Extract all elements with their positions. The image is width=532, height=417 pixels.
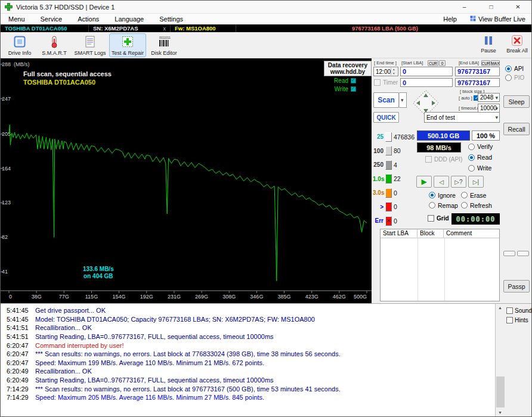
jump-button[interactable]: ▷?: [451, 176, 466, 188]
log-entry: 6:20:47Speed: Maximum 199 MB/s. Average …: [1, 359, 495, 368]
mode-radio-verify[interactable]: Verify: [468, 141, 493, 152]
mini-box-right[interactable]: [517, 251, 529, 256]
maximize-button[interactable]: □: [478, 1, 505, 13]
smart-logs-button[interactable]: SMART Logs: [72, 33, 108, 57]
cur-end-button[interactable]: CUR: [481, 60, 490, 66]
log-entry: 7:14:29*** Scan results: no warnings, no…: [1, 384, 495, 393]
auto-checkbox[interactable]: [ auto ]: [459, 95, 479, 101]
svg-text:192G: 192G: [140, 294, 153, 300]
ddd-checkbox[interactable]: DDD (API): [425, 156, 462, 163]
drive-info-button[interactable]: Drive Info: [3, 33, 36, 57]
cur-start-button[interactable]: CUR: [428, 60, 438, 66]
right-side-panel: API PIO Sleep Recall Passp: [500, 58, 532, 303]
log-message: Command interrupted by user!: [28, 342, 124, 349]
log-timestamp: 5:41:51: [1, 333, 28, 340]
svg-text:346G: 346G: [250, 294, 263, 300]
mini-box-left[interactable]: [503, 251, 515, 256]
mode-radio-read[interactable]: Read: [468, 152, 493, 163]
menu-help[interactable]: Help: [430, 15, 470, 23]
max-end-button[interactable]: MAX: [491, 60, 500, 66]
log-message: Recallibration... OK: [28, 324, 92, 331]
scan-dropdown-arrow[interactable]: [399, 92, 407, 108]
log-entry: 5:41:45Model: TOSHIBA DT01ACA050; Capaci…: [1, 315, 495, 324]
end-lba-label: [End LBA]: [459, 60, 479, 66]
disk-editor-icon: 0011011: [157, 35, 171, 49]
log-message: Starting Reading, LBA=0..976773167, FULL…: [28, 376, 274, 384]
counter-label: 3.0s: [373, 189, 383, 196]
passport-button[interactable]: Passp: [503, 280, 530, 292]
log-entry: 5:41:51Recallibration... OK: [1, 323, 495, 332]
log-output[interactable]: 5:41:45Get drive passport... OK5:41:45Mo…: [1, 304, 496, 417]
log-timestamp: 6:20:47: [1, 342, 28, 349]
counter-value: 476836: [394, 133, 415, 141]
start-lba-input[interactable]: 0: [400, 67, 453, 76]
sleep-button[interactable]: Sleep: [503, 95, 530, 108]
pio-radio[interactable]: PIO: [505, 74, 524, 81]
menu-settings[interactable]: Settings: [151, 15, 191, 23]
time-spinner-icon[interactable]: [391, 68, 397, 75]
scroll-down-icon[interactable]: [496, 409, 505, 417]
break-all-button[interactable]: Break All: [503, 33, 531, 57]
sound-checkbox[interactable]: Sound: [506, 307, 532, 314]
action-radio-erase[interactable]: Erase: [461, 191, 500, 200]
menu-menu[interactable]: Menu: [1, 15, 33, 23]
scan-graph-panel: 2882472051641238241(MB/s)038G77G115G154G…: [1, 58, 372, 303]
recall-button[interactable]: Recall: [503, 123, 530, 135]
timer-checkbox[interactable]: Timer: [374, 79, 398, 86]
action-radio-remap[interactable]: Remap: [429, 201, 461, 210]
disk-editor-button[interactable]: 0011011 Disk Editor: [147, 33, 181, 57]
smart-logs-icon: [83, 35, 97, 49]
scan-button[interactable]: Scan: [373, 92, 399, 108]
zero-start-button[interactable]: 0: [439, 60, 446, 66]
svg-text:41: 41: [2, 269, 8, 275]
legend-write-toggle[interactable]: Write: [335, 86, 356, 92]
drive-serial[interactable]: SN: X6M2PD7AS x: [89, 24, 171, 32]
drive-model[interactable]: TOSHIBA DT01ACA050: [1, 24, 89, 32]
menu-language[interactable]: Language: [107, 15, 151, 23]
radio-icon: [468, 144, 475, 150]
grid-checkbox[interactable]: Grid: [428, 215, 449, 222]
scroll-thumb[interactable]: [496, 376, 505, 407]
scroll-up-icon[interactable]: [496, 304, 505, 313]
end-time-input[interactable]: 12:00: [373, 67, 398, 76]
action-radio-ignore[interactable]: Ignore: [429, 191, 461, 200]
menu-actions[interactable]: Actions: [70, 15, 107, 23]
mode-radio-write[interactable]: Write: [468, 163, 493, 173]
log-scrollbar[interactable]: [496, 304, 505, 417]
counter-row: 10080: [373, 144, 416, 158]
end-lba-input-2[interactable]: 976773167: [455, 78, 500, 87]
defect-table[interactable]: Start LBA Block Comment: [380, 229, 500, 301]
window-controls: – □ ✕: [451, 1, 531, 13]
menu-service[interactable]: Service: [33, 15, 70, 23]
play-button[interactable]: ▶: [416, 176, 432, 188]
view-buffer-live-button[interactable]: View Buffer Live: [470, 15, 531, 23]
svg-text:115G: 115G: [85, 294, 98, 300]
jump-end-button[interactable]: ▷|: [468, 176, 484, 188]
log-entry: 6:20:49Recallibration... OK: [1, 367, 495, 376]
close-button[interactable]: ✕: [505, 1, 531, 13]
counter-block-icon: [385, 146, 392, 155]
block-size-select[interactable]: 2048: [478, 93, 500, 102]
minimize-button[interactable]: –: [451, 1, 478, 13]
step-back-button[interactable]: ◁: [434, 176, 449, 188]
end-of-test-select[interactable]: End of test: [424, 112, 500, 123]
pause-button[interactable]: Pause: [475, 33, 502, 57]
counter-label: Err: [373, 217, 383, 224]
test-repair-button[interactable]: Test & Repair: [109, 33, 146, 57]
action-radio-refresh[interactable]: Refresh: [461, 201, 500, 210]
end-lba-input[interactable]: 976773167: [455, 67, 500, 76]
col-comment: Comment: [444, 229, 499, 238]
timeout-select[interactable]: 10000: [478, 104, 500, 113]
counter-value: 80: [394, 147, 401, 154]
counter-label: 100: [373, 148, 383, 154]
tab-close-icon[interactable]: x: [163, 26, 166, 32]
test-control-panel: [ End time ] [Start LBA] CUR 0 [End LBA]…: [372, 58, 500, 303]
hints-checkbox[interactable]: Hints: [506, 317, 532, 323]
log-message: Recallibration... OK: [28, 368, 92, 375]
api-radio[interactable]: API: [505, 66, 524, 72]
quick-button[interactable]: QUICK: [373, 112, 399, 123]
start-lba-input-2[interactable]: 0: [400, 78, 453, 87]
smart-button[interactable]: S.M.A.R.T: [38, 33, 71, 57]
legend-read-toggle[interactable]: Read: [334, 77, 356, 84]
app-icon: [5, 3, 13, 11]
